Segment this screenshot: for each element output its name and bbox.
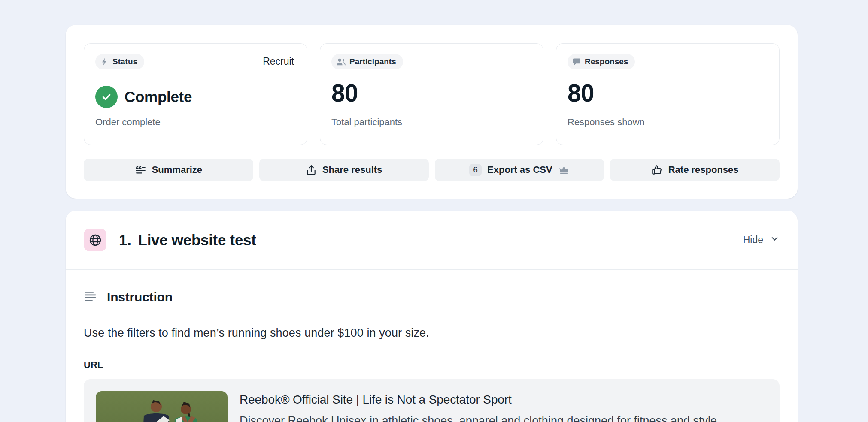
hide-toggle-label: Hide — [743, 234, 763, 246]
participants-badge: Participants — [331, 54, 403, 69]
preview-image — [96, 391, 228, 422]
url-preview-card[interactable]: Reebok® Official Site | Life is Not a Sp… — [84, 379, 780, 422]
recruit-button[interactable]: Recruit — [263, 56, 294, 67]
results-summary-panel: Status Recruit Complete Order complete P… — [66, 25, 798, 199]
responses-caption: Responses shown — [568, 117, 645, 128]
section-content: Instruction Use the filters to find men’… — [66, 289, 798, 422]
section-number: 1. — [119, 232, 131, 249]
section-title-text: Live website test — [138, 232, 256, 249]
status-value: Complete — [124, 88, 192, 106]
status-badge-label: Status — [112, 57, 137, 66]
people-icon — [336, 57, 346, 66]
export-count-badge: 6 — [469, 164, 482, 176]
section-header: 1. Live website test Hide — [66, 211, 798, 270]
speech-bubble-icon — [572, 57, 581, 66]
rate-responses-button[interactable]: Rate responses — [610, 159, 780, 181]
summarize-button[interactable]: Summarize — [84, 159, 253, 181]
instruction-header: Instruction — [84, 289, 780, 304]
thumbs-up-icon — [651, 164, 663, 176]
preview-description: Discover Reebok Unisex in athletic shoes… — [240, 414, 720, 422]
status-card: Status Recruit Complete Order complete — [84, 43, 307, 145]
export-csv-button-label: Export as CSV — [487, 164, 552, 175]
url-label: URL — [84, 359, 780, 371]
participants-caption: Total participants — [331, 117, 402, 128]
instruction-text: Use the filters to find men’s running sh… — [84, 326, 780, 340]
crown-icon — [558, 164, 570, 176]
status-value-row: Complete — [95, 86, 192, 108]
chevron-down-icon — [770, 234, 780, 246]
text-lines-icon — [84, 289, 97, 304]
rate-responses-button-label: Rate responses — [668, 164, 739, 175]
preview-text: Reebok® Official Site | Life is Not a Sp… — [240, 391, 720, 422]
instruction-heading: Instruction — [107, 290, 173, 304]
summarize-icon — [135, 164, 146, 176]
stat-cards-row: Status Recruit Complete Order complete P… — [84, 43, 780, 145]
check-circle-icon — [95, 86, 118, 108]
share-results-button[interactable]: Share results — [259, 159, 429, 181]
summarize-button-label: Summarize — [152, 164, 202, 175]
participants-badge-label: Participants — [349, 57, 396, 66]
actions-row: Summarize Share results 6 Export as CSV … — [84, 159, 780, 181]
participants-count: 80 — [331, 79, 358, 107]
live-website-test-panel: 1. Live website test Hide Instruction Us… — [66, 211, 798, 422]
responses-badge-label: Responses — [585, 57, 628, 66]
status-caption: Order complete — [95, 117, 161, 128]
lightning-icon — [100, 57, 109, 66]
status-badge: Status — [95, 54, 144, 69]
hide-toggle[interactable]: Hide — [743, 234, 780, 246]
share-icon — [306, 164, 317, 175]
responses-count: 80 — [568, 79, 594, 107]
responses-badge: Responses — [568, 54, 635, 69]
section-title: 1. Live website test — [119, 232, 256, 249]
export-csv-button[interactable]: 6 Export as CSV — [435, 159, 604, 181]
responses-card: Responses 80 Responses shown — [556, 43, 780, 145]
participants-card: Participants 80 Total participants — [320, 43, 543, 145]
preview-title: Reebok® Official Site | Life is Not a Sp… — [240, 393, 720, 407]
globe-icon — [84, 229, 106, 251]
share-results-button-label: Share results — [322, 164, 382, 175]
